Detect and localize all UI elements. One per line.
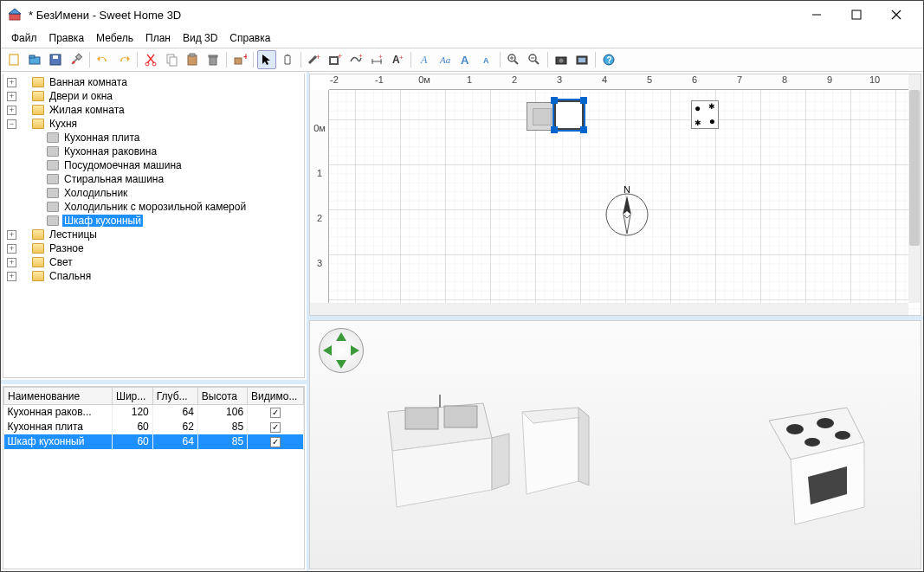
text-italic-button[interactable]: Aa	[436, 50, 455, 69]
table-row-selected[interactable]: Шкаф кухонный 60 64 85 ✓	[4, 434, 304, 449]
cat-light[interactable]: Свет	[48, 256, 74, 268]
cat-kitchen[interactable]: Кухня	[48, 118, 79, 130]
horizontal-splitter[interactable]	[1, 380, 307, 384]
svg-text:+: +	[399, 54, 404, 61]
expand-icon[interactable]: +	[7, 230, 16, 240]
svg-rect-64	[444, 406, 477, 427]
nav-left-icon[interactable]	[323, 345, 332, 356]
nav-right-icon[interactable]	[351, 345, 359, 356]
resize-handle[interactable]	[551, 126, 558, 133]
menu-file[interactable]: Файл	[6, 30, 42, 46]
room-tool[interactable]: +	[326, 50, 345, 69]
menu-view3d[interactable]: Вид 3D	[178, 30, 223, 46]
close-button[interactable]	[876, 2, 916, 28]
expand-icon[interactable]: +	[7, 258, 16, 267]
cat-bathroom[interactable]: Ванная комната	[48, 76, 129, 88]
zoom-in-button[interactable]	[504, 50, 523, 69]
menu-edit[interactable]: Правка	[44, 30, 90, 46]
expand-icon[interactable]: +	[7, 106, 16, 115]
compass-icon[interactable]: N	[603, 185, 651, 237]
expand-icon[interactable]: +	[7, 92, 16, 101]
svg-text:+: +	[338, 53, 342, 61]
table-row[interactable]: Кухонная раков... 120 64 106 ✓	[4, 405, 304, 420]
add-furniture-button[interactable]: +	[230, 50, 249, 69]
menu-plan[interactable]: План	[140, 30, 176, 46]
expand-icon[interactable]: +	[7, 244, 16, 254]
new-button[interactable]	[4, 50, 23, 69]
collapse-icon[interactable]: −	[7, 119, 16, 129]
expand-icon[interactable]: +	[7, 78, 16, 87]
polyline-tool[interactable]: +	[346, 50, 365, 69]
expand-icon[interactable]: +	[7, 272, 16, 281]
cat-living[interactable]: Жилая комната	[48, 104, 126, 116]
delete-button[interactable]	[204, 50, 223, 69]
text-bold-button[interactable]: A	[415, 50, 434, 69]
cut-button[interactable]	[141, 50, 160, 69]
col-height[interactable]: Высота	[197, 388, 247, 405]
col-depth[interactable]: Глуб...	[152, 388, 197, 405]
col-width[interactable]: Шир...	[112, 388, 152, 405]
menu-help[interactable]: Справка	[224, 30, 275, 46]
3d-view[interactable]	[309, 320, 921, 569]
redo-button[interactable]	[114, 50, 133, 69]
open-button[interactable]	[25, 50, 44, 69]
cat-doors[interactable]: Двери и окна	[48, 90, 114, 102]
video-button[interactable]	[572, 50, 591, 69]
table-row[interactable]: Кухонная плита 60 62 85 ✓	[4, 420, 304, 434]
menu-furniture[interactable]: Мебель	[91, 30, 139, 46]
item-cabinet[interactable]: Шкаф кухонный	[62, 215, 143, 227]
visible-checkbox[interactable]: ✓	[270, 408, 281, 418]
furniture-icon	[47, 202, 59, 212]
maximize-button[interactable]	[837, 2, 876, 28]
furniture-table[interactable]: Наименование Шир... Глуб... Высота Видим…	[3, 386, 305, 569]
paste-button[interactable]	[183, 50, 202, 69]
undo-button[interactable]	[94, 50, 113, 69]
resize-handle[interactable]	[580, 126, 587, 133]
preferences-button[interactable]	[67, 50, 86, 69]
minimize-button[interactable]	[797, 2, 837, 28]
nav-down-icon[interactable]	[336, 360, 346, 369]
svg-text:+: +	[316, 53, 320, 61]
plan-item-stove[interactable]: ●✱✱●	[691, 100, 719, 129]
dimension-tool[interactable]: +	[367, 50, 386, 69]
item-washer[interactable]: Стиральная машина	[62, 173, 165, 185]
scrollbar-vertical[interactable]	[908, 74, 921, 303]
item-fridge[interactable]: Холодильник	[62, 187, 129, 199]
help-button[interactable]: ?	[599, 50, 618, 69]
text-dec-button[interactable]: A	[477, 50, 496, 69]
svg-point-74	[835, 431, 850, 440]
visible-checkbox[interactable]: ✓	[270, 422, 281, 433]
svg-text:N: N	[624, 185, 630, 195]
item-stove[interactable]: Кухонная плита	[62, 132, 142, 144]
catalog-tree[interactable]: +Ванная комната +Двери и окна +Жилая ком…	[3, 74, 305, 378]
select-tool[interactable]	[257, 50, 276, 69]
svg-rect-28	[330, 57, 338, 64]
item-sink[interactable]: Кухонная раковина	[62, 145, 158, 157]
svg-point-73	[804, 438, 820, 447]
visible-checkbox[interactable]: ✓	[270, 437, 281, 447]
plan-item-cabinet-selected[interactable]	[554, 100, 584, 130]
text-tool[interactable]: A+	[388, 50, 407, 69]
col-visible[interactable]: Видимо...	[248, 388, 304, 405]
item-dishwasher[interactable]: Посудомоечная машина	[62, 159, 184, 171]
wall-tool[interactable]: +	[305, 50, 324, 69]
cell-height: 85	[197, 434, 247, 449]
resize-handle[interactable]	[551, 97, 558, 104]
cat-bedroom[interactable]: Спальня	[48, 270, 93, 282]
col-name[interactable]: Наименование	[4, 388, 113, 405]
plan-view[interactable]: -2 -1 0м 1 2 3 4 5 6 7 8 9 10 0м 1	[309, 74, 921, 316]
text-inc-button[interactable]: A	[456, 50, 475, 69]
pan-tool[interactable]	[278, 50, 297, 69]
save-button[interactable]	[46, 50, 65, 69]
cat-misc[interactable]: Разное	[48, 242, 86, 254]
copy-button[interactable]	[162, 50, 181, 69]
3d-nav-control[interactable]	[319, 328, 364, 373]
cat-stairs[interactable]: Лестницы	[48, 228, 99, 241]
resize-handle[interactable]	[580, 97, 587, 104]
scrollbar-horizontal[interactable]	[310, 303, 908, 315]
nav-up-icon[interactable]	[336, 332, 346, 341]
item-fridge-freezer[interactable]: Холодильник с морозильной камерой	[62, 201, 248, 213]
photo-button[interactable]	[552, 50, 571, 69]
svg-rect-8	[29, 55, 35, 58]
zoom-out-button[interactable]	[525, 50, 544, 69]
